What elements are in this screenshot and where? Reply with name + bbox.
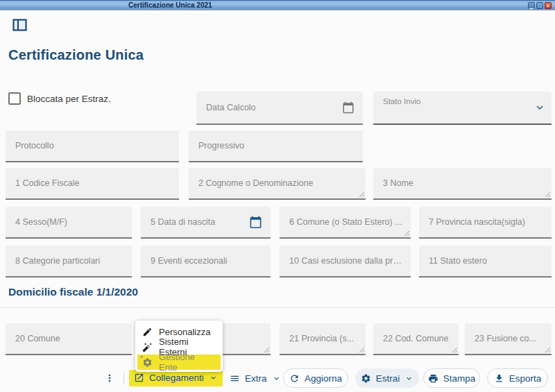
resize-handle-icon[interactable] [545,191,551,198]
casi-esclusione-label: 10 Casi esclusione dalla pre... [289,256,402,266]
eventi-eccezionali-label: 9 Eventi eccezionali [151,256,227,266]
chevron-down-icon [209,373,218,382]
resize-handle-icon[interactable] [359,191,365,198]
aggiorna-button[interactable]: Aggiorna [283,368,348,388]
calendar-icon[interactable] [249,216,262,229]
stato-estero-field[interactable]: 11 Stato estero [419,246,552,278]
esporta-button[interactable]: Esporta [487,368,548,388]
app-window: Certificazione Unica 2021 ▁ □ ✕ Certific… [0,0,555,392]
sidebar-toggle-icon[interactable] [12,19,27,31]
progressivo-label: Progressivo [198,141,244,151]
cod-comune-label: 22 Cod. Comune [383,334,449,343]
progressivo-field[interactable]: Progressivo [189,130,363,162]
resize-handle-icon[interactable] [545,347,551,353]
stampa-button[interactable]: Stampa [423,368,480,388]
protocollo-field[interactable]: Protocollo [6,130,179,162]
comune-nascita-field[interactable]: 6 Comune (o Stato Estero) ... [280,207,411,239]
chevron-down-icon[interactable] [533,101,546,114]
menu-item-label: Personalizza [159,327,210,337]
stato-estero-label: 11 Stato estero [429,256,487,266]
casi-esclusione-field[interactable]: 10 Casi esclusione dalla pre... [280,246,411,278]
eventi-eccezionali-field[interactable]: 9 Eventi eccezionali [141,246,271,278]
stato-invio-label: Stato Invio [383,97,420,105]
fusione-field[interactable]: 23 Fusione co... [465,323,552,355]
minimize-icon[interactable]: ▁ [528,2,535,9]
gear-icon: ✦ [142,357,153,368]
cognome-label: 2 Cognome o Denominazione [198,178,313,188]
collegamenti-label: Collegamenti [149,373,204,383]
categorie-particolari-label: 8 Categorie particolari [15,256,100,266]
extra-label: Extra [245,373,267,384]
open-in-new-icon [134,373,144,383]
resize-handle-icon[interactable] [452,347,458,353]
resize-handle-icon[interactable] [359,347,365,353]
estrai-button[interactable]: Estrai [355,368,419,388]
printer-icon [428,373,438,384]
estrai-label: Estrai [376,373,400,384]
data-nascita-label: 5 Data di nascita [151,217,215,227]
protocollo-label: Protocollo [15,141,54,151]
chevron-down-icon [272,374,281,383]
menu-item-label: Gestione Ente [159,352,215,373]
categorie-particolari-field[interactable]: 8 Categorie particolari [6,246,132,278]
refresh-icon [289,373,300,384]
esporta-label: Esporta [509,373,542,384]
stampa-label: Stampa [443,373,476,384]
nome-field[interactable]: 3 Nome [373,168,552,200]
provincia-field[interactable]: 21 Provincia (s... [280,323,366,355]
window-title: Certificazione Unica 2021 [128,1,212,9]
nome-label: 3 Nome [383,178,413,188]
resize-handle-icon[interactable] [264,347,270,353]
cognome-field[interactable]: 2 Cognome o Denominazione [189,168,366,200]
fusione-label: 23 Fusione co... [475,334,536,343]
bloccata-checkbox-label: Bloccata per Estraz. [27,94,111,104]
comune-nascita-label: 6 Comune (o Stato Estero) ... [289,217,402,227]
download-icon [494,373,504,384]
provincia-label: 21 Provincia (s... [289,334,354,343]
extra-button[interactable]: Extra [227,370,284,386]
bloccata-checkbox-row: Bloccata per Estraz. [8,92,111,105]
sesso-field[interactable]: 4 Sesso(M/F) [6,207,132,239]
wand-icon [142,342,153,352]
calendar-icon[interactable] [342,101,355,114]
cod-comune-field[interactable]: 22 Cod. Comune [373,323,459,355]
data-calcolo-label: Data Calcolo [206,103,256,112]
sparkle-icon: ✦ [139,355,144,360]
comune-label: 20 Comune [15,334,60,343]
gear-icon [361,373,371,384]
aggiorna-label: Aggiorna [305,373,342,384]
pencil-icon [142,327,153,337]
data-calcolo-field[interactable]: Data Calcolo [196,92,363,125]
menu-lines-icon [230,373,240,384]
toolbar-divider [123,372,124,384]
more-options-button[interactable] [102,370,117,386]
close-icon[interactable]: ✕ [545,2,552,9]
menu-item-gestione-ente[interactable]: ✦ Gestione Ente [137,355,221,370]
codice-fiscale-field[interactable]: 1 Codice Fiscale [6,168,179,200]
page-title: Certificazione Unica [8,47,144,63]
section-title: Domicilio fiscale 1/1/2020 [8,286,138,298]
comune-field[interactable]: 20 Comune [6,323,132,355]
provincia-nascita-label: 7 Provincia nascita(sigla) [429,217,525,227]
provincia-nascita-field[interactable]: 7 Provincia nascita(sigla) [419,207,552,239]
chevron-down-icon [404,374,413,383]
codice-fiscale-label: 1 Codice Fiscale [15,178,79,188]
bloccata-checkbox[interactable] [8,92,21,105]
sesso-label: 4 Sesso(M/F) [15,217,67,227]
section-divider [0,307,555,308]
window-titlebar: Certificazione Unica 2021 ▁ □ ✕ [0,0,555,10]
resize-handle-icon[interactable] [404,230,410,237]
data-nascita-field[interactable]: 5 Data di nascita [141,207,271,239]
collegamenti-menu: Personalizza Sistemi Esterni ✦ Gestione … [135,321,223,372]
stato-invio-select[interactable]: Stato Invio [373,92,552,125]
window-controls: ▁ □ ✕ [528,2,552,9]
maximize-icon[interactable]: □ [536,2,543,9]
